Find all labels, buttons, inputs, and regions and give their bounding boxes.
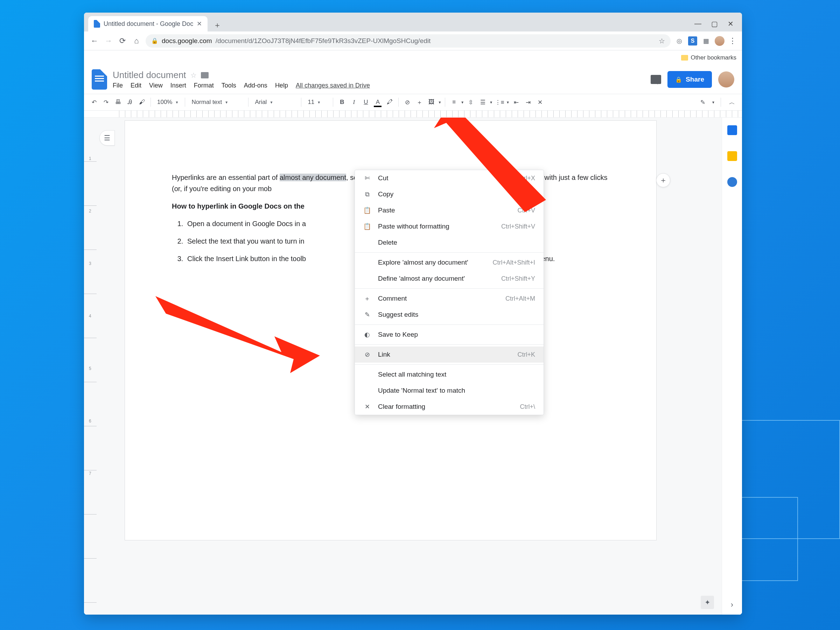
size-dropdown[interactable]: 11▼	[305, 97, 329, 107]
ctx-item-link[interactable]: ⊘LinkCtrl+K	[355, 346, 543, 363]
ctx-item-suggest-edits[interactable]: ✎Suggest edits	[355, 306, 543, 323]
ctx-label: Copy	[378, 190, 510, 198]
profile-avatar-icon[interactable]	[715, 36, 725, 46]
ctx-item-update-normal-text-to-match[interactable]: Update 'Normal text' to match	[355, 382, 543, 399]
side-panel-expand-icon[interactable]: ›	[727, 600, 737, 610]
minimize-icon[interactable]: —	[695, 20, 701, 28]
ctx-item-select-all-matching-text[interactable]: Select all matching text	[355, 366, 543, 382]
ruler-mark: 7	[89, 471, 92, 476]
ctx-item-delete[interactable]: Delete	[355, 235, 543, 251]
close-window-icon[interactable]: ✕	[728, 20, 734, 28]
spellcheck-icon[interactable]: Ꭿ	[125, 97, 135, 107]
insert-image-icon[interactable]: 🖼	[426, 97, 436, 107]
zoom-dropdown[interactable]: 100%▼	[154, 97, 181, 107]
ctx-icon: ✄	[363, 174, 371, 182]
tasks-icon[interactable]	[727, 177, 737, 187]
ctx-item-cut[interactable]: ✄CutCtrl+X	[355, 170, 543, 186]
ctx-item-define-almost-any-document[interactable]: Define 'almost any document'Ctrl+Shift+Y	[355, 270, 543, 287]
redo-icon[interactable]: ↷	[101, 97, 111, 107]
text-color-icon[interactable]: A	[373, 97, 383, 107]
clear-format-icon[interactable]: ✕	[535, 97, 545, 107]
account-avatar-icon[interactable]	[718, 71, 734, 87]
ruler-mark: 2	[89, 208, 92, 213]
extension-shield-icon[interactable]: ◎	[675, 36, 684, 46]
folder-icon	[681, 55, 688, 60]
menu-format[interactable]: Format	[194, 82, 214, 89]
ctx-icon: ⧉	[363, 191, 371, 198]
browser-tab[interactable]: Untitled document - Google Doc ✕	[88, 16, 208, 32]
underline-icon[interactable]: U	[360, 97, 371, 107]
docs-logo-icon[interactable]	[92, 69, 107, 90]
url-input[interactable]: 🔒 docs.google.com/document/d/1ZOoJ73T8jN…	[145, 34, 671, 47]
side-panel-rail: ›	[722, 118, 742, 614]
selected-text: almost any document	[279, 174, 346, 181]
highlight-icon[interactable]: 🖍	[384, 97, 395, 107]
ctx-icon: ⊘	[363, 351, 371, 358]
menu-edit[interactable]: Edit	[131, 82, 141, 89]
indent-decrease-icon[interactable]: ⇤	[511, 97, 521, 107]
add-comment-icon[interactable]: ＋	[414, 97, 425, 107]
italic-icon[interactable]: I	[349, 97, 359, 107]
maximize-icon[interactable]: ▢	[711, 20, 718, 28]
home-icon[interactable]: ⌂	[132, 36, 141, 46]
extension-misc-icon[interactable]: ▦	[701, 36, 711, 46]
numbered-list-icon[interactable]: ☰	[477, 97, 488, 107]
collapse-toolbar-icon[interactable]: ︿	[726, 97, 737, 107]
divider	[355, 324, 543, 325]
new-tab-button[interactable]: ＋	[211, 19, 224, 32]
doc-title-input[interactable]: Untitled document	[113, 69, 186, 81]
ctx-label: Define 'almost any document'	[378, 275, 494, 283]
vertical-ruler[interactable]: 1 2 3 4 5 6 7	[84, 118, 96, 614]
style-dropdown[interactable]: Normal text▼	[189, 97, 245, 107]
editing-mode-icon[interactable]: ✎	[698, 97, 708, 107]
extension-s-icon[interactable]: S	[688, 36, 697, 46]
menu-view[interactable]: View	[149, 82, 163, 89]
bold-icon[interactable]: B	[337, 97, 347, 107]
outline-toggle-button[interactable]: ☰	[99, 130, 115, 145]
menu-help[interactable]: Help	[275, 82, 288, 89]
bookmark-star-icon[interactable]: ☆	[659, 37, 665, 45]
ctx-item-paste[interactable]: 📋PasteCtrl+V	[355, 202, 543, 218]
ctx-item-save-to-keep[interactable]: ◐Save to Keep	[355, 327, 543, 343]
bulleted-list-icon[interactable]: ⋮≡	[494, 97, 505, 107]
chrome-menu-icon[interactable]: ⋮	[729, 36, 736, 46]
font-dropdown[interactable]: Arial▼	[252, 97, 297, 107]
forward-icon[interactable]: →	[104, 36, 114, 46]
reload-icon[interactable]: ⟳	[118, 36, 127, 46]
add-comment-fab[interactable]: ＋	[656, 173, 670, 187]
move-folder-icon[interactable]	[201, 72, 208, 78]
undo-icon[interactable]: ↶	[89, 97, 99, 107]
horizontal-ruler[interactable]	[84, 111, 742, 118]
indent-increase-icon[interactable]: ⇥	[523, 97, 534, 107]
divider	[355, 344, 543, 345]
line-spacing-icon[interactable]: ⇳	[466, 97, 476, 107]
ctx-item-paste-without-formatting[interactable]: 📋Paste without formattingCtrl+Shift+V	[355, 218, 543, 235]
ctx-item-explore-almost-any-document[interactable]: Explore 'almost any document'Ctrl+Alt+Sh…	[355, 254, 543, 270]
keep-icon[interactable]	[727, 151, 737, 161]
ctx-item-comment[interactable]: ＋CommentCtrl+Alt+M	[355, 291, 543, 306]
chrome-window: Untitled document - Google Doc ✕ ＋ — ▢ ✕…	[84, 13, 742, 614]
url-host: docs.google.com	[162, 37, 212, 45]
print-icon[interactable]: 🖶	[113, 97, 123, 107]
align-icon[interactable]: ≡	[449, 97, 459, 107]
ruler-mark: 5	[89, 366, 92, 371]
calendar-icon[interactable]	[727, 125, 737, 135]
other-bookmarks-link[interactable]: Other bookmarks	[691, 54, 736, 61]
ctx-item-clear-formatting[interactable]: ✕Clear formattingCtrl+\	[355, 399, 543, 415]
menu-addons[interactable]: Add-ons	[244, 82, 267, 89]
back-icon[interactable]: ←	[90, 36, 99, 46]
share-button[interactable]: 🔒 Share	[668, 71, 712, 88]
explore-button[interactable]: ✦	[701, 596, 714, 609]
close-tab-icon[interactable]: ✕	[197, 20, 202, 28]
ctx-item-copy[interactable]: ⧉CopyCtrl+C	[355, 186, 543, 202]
comments-icon[interactable]	[651, 75, 661, 84]
star-doc-icon[interactable]: ☆	[190, 71, 197, 79]
document-page[interactable]: ＋ Hyperlinks are an essential part of al…	[125, 120, 657, 540]
ruler-mark: 6	[89, 418, 92, 423]
paint-format-icon[interactable]: 🖌	[136, 97, 147, 107]
menu-insert[interactable]: Insert	[171, 82, 186, 89]
menu-file[interactable]: File	[113, 82, 123, 89]
insert-link-icon[interactable]: ⊘	[402, 97, 413, 107]
menu-tools[interactable]: Tools	[221, 82, 236, 89]
text: Hyperlinks are an essential part of	[172, 174, 279, 181]
